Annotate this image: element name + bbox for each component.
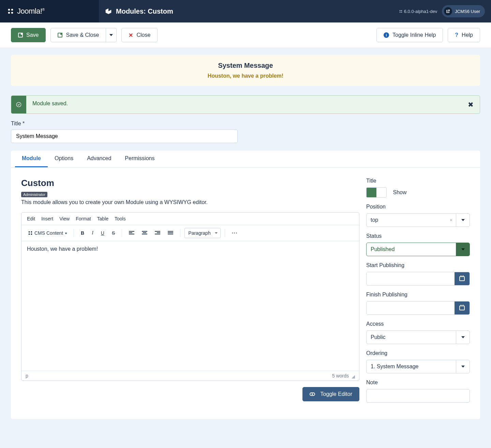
start-publishing-input[interactable] — [367, 272, 455, 285]
chevron-down-icon[interactable] — [456, 331, 470, 344]
show-label: Show — [393, 189, 406, 195]
more-button[interactable]: ··· — [229, 228, 241, 238]
menu-view[interactable]: View — [59, 216, 70, 221]
editor-menubar: Edit Insert View Format Table Tools — [21, 213, 359, 225]
block-format-select[interactable]: Paragraph — [184, 228, 220, 238]
chevron-down-icon[interactable] — [456, 243, 470, 256]
access-label: Access — [366, 321, 470, 327]
finish-publishing-label: Finish Publishing — [366, 292, 470, 298]
status-field: Status Published — [366, 233, 470, 256]
system-message-title: System Message — [18, 62, 473, 69]
toggle-editor-button[interactable]: Toggle Editor — [302, 387, 359, 401]
menu-insert[interactable]: Insert — [41, 216, 53, 221]
brand-area[interactable]: Joomla!® — [0, 0, 99, 22]
alert-text: Module saved. — [26, 96, 462, 113]
calendar-icon — [459, 306, 465, 310]
app-header: Joomla!® Modules: Custom 6.0.0-alpha1-de… — [0, 0, 491, 22]
underline-button[interactable]: U — [98, 228, 107, 238]
menu-edit[interactable]: Edit — [27, 216, 35, 221]
save-icon — [18, 33, 23, 37]
svg-point-4 — [400, 10, 401, 11]
note-label: Note — [366, 380, 470, 386]
title-input[interactable] — [11, 129, 238, 143]
position-clear[interactable]: × — [446, 217, 456, 223]
close-button[interactable]: ✕ Close — [121, 28, 158, 42]
header-right: 6.0.0-alpha1-dev JCMS6 User — [399, 5, 491, 17]
save-close-dropdown[interactable] — [106, 28, 117, 42]
svg-point-5 — [401, 10, 402, 11]
svg-point-9 — [29, 231, 30, 233]
editor-statusbar: p 5 words — [21, 371, 359, 381]
user-menu[interactable]: JCMS6 User — [442, 5, 485, 17]
tab-advanced[interactable]: Advanced — [80, 151, 118, 167]
svg-point-11 — [29, 233, 30, 235]
help-button[interactable]: ? Help — [448, 28, 480, 42]
svg-point-6 — [400, 12, 401, 13]
title-label: Title * — [11, 121, 480, 127]
chevron-down-icon — [109, 34, 113, 36]
align-left-button[interactable] — [126, 229, 137, 237]
module-description: This module allows you to create your ow… — [21, 199, 359, 205]
save-close-button[interactable]: Save & Close — [50, 28, 106, 42]
menu-table[interactable]: Table — [97, 216, 108, 221]
success-alert: Module saved. ✖ — [11, 95, 480, 114]
ordering-label: Ordering — [366, 350, 470, 356]
align-center-button[interactable] — [139, 229, 150, 237]
ordering-field: Ordering 1. System Message — [366, 350, 470, 373]
svg-point-8 — [16, 102, 21, 107]
module-heading: Custom — [21, 178, 359, 188]
svg-point-2 — [8, 12, 10, 14]
editor-content[interactable]: Houston, we have a problem! — [21, 241, 359, 371]
toggle-inline-help-button[interactable]: Toggle Inline Help — [376, 28, 443, 42]
chevron-down-icon[interactable] — [456, 214, 470, 227]
menu-format[interactable]: Format — [76, 216, 91, 221]
tab-bar: Module Options Advanced Permissions — [11, 151, 480, 168]
alert-close-button[interactable]: ✖ — [462, 96, 480, 113]
italic-button[interactable]: I — [89, 228, 96, 238]
access-select[interactable]: Public — [366, 330, 470, 344]
calendar-button[interactable] — [455, 302, 470, 314]
check-circle-icon — [11, 96, 26, 113]
align-right-button[interactable] — [152, 229, 163, 237]
tab-module[interactable]: Module — [15, 151, 48, 167]
info-icon — [384, 32, 389, 38]
calendar-button[interactable] — [455, 272, 470, 285]
resize-handle[interactable] — [352, 375, 355, 379]
finish-publishing-input[interactable] — [367, 302, 455, 314]
tab-permissions[interactable]: Permissions — [118, 151, 161, 167]
access-field: Access Public — [366, 321, 470, 344]
chevron-down-icon[interactable] — [456, 360, 470, 373]
svg-point-0 — [8, 9, 10, 11]
joomla-icon — [28, 230, 33, 236]
cms-content-dropdown[interactable]: CMS Content ▾ — [25, 228, 70, 238]
editor-path: p — [26, 373, 28, 379]
status-label: Status — [366, 233, 470, 239]
status-select[interactable]: Published — [366, 243, 470, 256]
joomla-logo: Joomla!® — [7, 7, 44, 16]
side-column: Title Show Position top × Status — [366, 178, 470, 409]
action-toolbar: Save Save & Close ✕ Close Toggle Inline … — [0, 22, 491, 48]
svg-point-12 — [31, 233, 32, 235]
strikethrough-button[interactable]: S — [109, 228, 118, 238]
bold-button[interactable]: B — [78, 228, 87, 238]
ordering-select[interactable]: 1. System Message — [366, 360, 470, 373]
align-justify-button[interactable] — [165, 229, 176, 237]
close-icon: ✕ — [129, 32, 133, 38]
note-input[interactable] — [366, 389, 470, 403]
version-text: 6.0.0-alpha1-dev — [399, 9, 437, 14]
page-title: Modules: Custom — [116, 7, 173, 15]
cube-icon — [105, 8, 112, 15]
save-button[interactable]: Save — [11, 28, 46, 42]
system-message-body: Houston, we have a problem! — [18, 73, 473, 79]
tab-options[interactable]: Options — [48, 151, 80, 167]
page-title-area: Modules: Custom — [99, 7, 179, 15]
position-select[interactable]: top × — [366, 213, 470, 227]
title-show-toggle[interactable] — [366, 187, 387, 198]
menu-tools[interactable]: Tools — [115, 216, 126, 221]
word-count: 5 words — [332, 373, 349, 379]
svg-point-7 — [401, 12, 402, 13]
note-field: Note — [366, 380, 470, 403]
finish-publishing-field: Finish Publishing — [366, 292, 470, 315]
editor-toolbar: CMS Content ▾ B I U S — [21, 225, 359, 241]
position-label: Position — [366, 204, 470, 210]
